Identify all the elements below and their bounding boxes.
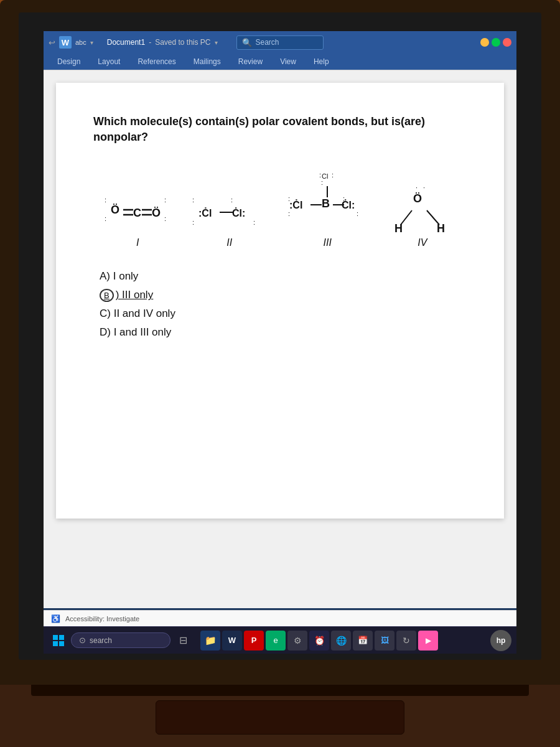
svg-rect-39 [53, 635, 58, 640]
svg-text:Ö: Ö [111, 204, 119, 216]
answer-D-text: D) I and III only [100, 326, 171, 339]
svg-text::: : [332, 171, 334, 179]
question-text: Which molecule(s) contain(s) polar coval… [93, 114, 467, 145]
svg-rect-41 [53, 641, 58, 646]
svg-text::: : [357, 210, 358, 217]
laptop-hinge [31, 685, 529, 696]
svg-text::Ċl: :Ċl [198, 207, 212, 218]
svg-text::: : [319, 171, 321, 179]
word-taskbar-icon: W [228, 636, 236, 645]
clock-icon: ⏰ [314, 636, 325, 646]
svg-text::: : [105, 215, 106, 222]
maximize-button[interactable] [492, 38, 500, 47]
molecule-III-label: III [324, 237, 332, 248]
svg-text::: : [192, 218, 194, 226]
ribbon-tabs: Design Layout References Mailings Review… [44, 54, 516, 70]
accessibility-label[interactable]: Accessibility: Investigate [65, 615, 139, 622]
tab-layout[interactable]: Layout [89, 54, 129, 70]
tab-review[interactable]: Review [230, 54, 271, 70]
taskbar-word[interactable]: W [222, 631, 242, 651]
svg-text:·: · [416, 184, 418, 191]
svg-rect-40 [59, 635, 64, 640]
gear-icon: ⚙ [294, 636, 302, 646]
svg-text::: : [192, 196, 194, 204]
taskbar-img[interactable]: 🖼 [375, 631, 394, 651]
answer-C-text: C) II and IV only [100, 308, 175, 320]
refresh-icon: ↻ [403, 636, 410, 646]
saved-dropdown[interactable]: ▾ [215, 39, 218, 46]
title-bar: ↩ W abc ▾ Document1 - Saved to this PC ▾… [44, 31, 516, 54]
taskbar-globe[interactable]: 🌐 [331, 631, 351, 651]
taskbar-search[interactable]: ⊙ search [71, 632, 170, 648]
window-controls [480, 38, 511, 47]
task-view-icon: ⊟ [179, 634, 187, 646]
word-icon: W [59, 36, 72, 49]
screen-bezel: ↩ W abc ▾ Document1 - Saved to this PC ▾… [19, 12, 541, 660]
svg-text:H: H [437, 222, 445, 232]
tab-design[interactable]: Design [49, 54, 89, 70]
file-explorer-icon: 📁 [205, 635, 217, 646]
taskbar-refresh[interactable]: ↻ [396, 631, 416, 651]
answers: A) I only B) III only C) II and IV only [93, 270, 467, 339]
search-label: Search [256, 38, 279, 47]
answer-B-text: B) III only [100, 289, 153, 301]
minimize-button[interactable] [480, 38, 489, 47]
svg-text:·: · [423, 184, 425, 191]
start-button[interactable] [49, 631, 68, 651]
taskbar-powerpoint[interactable]: P [244, 631, 264, 651]
taskbar-yo[interactable]: ⏰ [309, 631, 329, 651]
tab-help[interactable]: Help [305, 54, 338, 70]
taskbar-browser[interactable]: e [266, 631, 286, 651]
molecules-row: : : Ö C [93, 164, 467, 251]
molecule-II-label: II [226, 237, 232, 248]
answer-B-circle: B [100, 289, 114, 302]
taskbar-gear[interactable]: ⚙ [287, 631, 307, 651]
separator: - [149, 38, 151, 47]
molecule-IV-svg: · · Ö H H [388, 182, 457, 232]
accessibility-bar: ♿ Accessibility: Investigate [44, 610, 516, 626]
taskbar-calendar[interactable]: 📅 [353, 631, 373, 651]
svg-text::: : [288, 210, 290, 217]
title-search-box[interactable]: 🔍 Search [236, 35, 324, 50]
taskbar-extra[interactable]: ▶ [418, 631, 438, 651]
dropdown-icon[interactable]: ▾ [90, 39, 93, 46]
tab-view[interactable]: View [271, 54, 305, 70]
molecule-III-svg: : Cl : : B : :Ċl : [287, 170, 368, 232]
tab-mailings[interactable]: Mailings [185, 54, 230, 70]
molecule-I-label: I [136, 237, 139, 248]
close-button[interactable] [503, 38, 511, 47]
tab-references[interactable]: References [129, 54, 184, 70]
browser-icon: e [273, 636, 278, 645]
doc-page: Which molecule(s) contain(s) polar coval… [56, 83, 504, 519]
molecule-I-svg: : : Ö C [103, 189, 172, 232]
word-letter: W [62, 38, 69, 47]
laptop-trackpad[interactable] [156, 700, 404, 735]
undo-icon[interactable]: ↩ [49, 38, 55, 47]
svg-rect-42 [59, 641, 64, 646]
title-bar-left: ↩ W abc ▾ Document1 - Saved to this PC ▾ [49, 36, 218, 49]
answer-D: D) I and III only [100, 326, 467, 339]
svg-text:B: B [322, 197, 330, 210]
svg-text::: : [164, 215, 166, 222]
taskbar: ⊙ search ⊟ 📁 W P [44, 626, 516, 654]
calendar-icon: 📅 [358, 636, 368, 645]
taskbar-apps: 📁 W P e ⚙ ⏰ [200, 631, 438, 651]
taskbar-search-icon: ⊙ [79, 636, 86, 645]
taskbar-file-explorer[interactable]: 📁 [200, 631, 220, 651]
img-icon: 🖼 [381, 636, 389, 645]
hp-logo: hp [490, 630, 511, 651]
molecule-IV-label: IV [418, 237, 427, 248]
globe-icon: 🌐 [336, 636, 347, 646]
answer-C: C) II and IV only [100, 308, 467, 320]
svg-text::: : [321, 179, 323, 186]
molecule-I: : : Ö C [103, 189, 172, 248]
svg-text::: : [231, 196, 233, 204]
task-view-button[interactable]: ⊟ [173, 631, 193, 651]
hp-text: hp [497, 636, 506, 645]
answer-A: A) I only [100, 270, 467, 283]
molecule-III: : Cl : : B : :Ċl : [287, 170, 368, 248]
saved-status: Saved to this PC [155, 38, 210, 47]
taskbar-search-label: search [90, 636, 112, 645]
svg-text::: : [164, 196, 166, 204]
svg-text:C: C [133, 207, 141, 219]
